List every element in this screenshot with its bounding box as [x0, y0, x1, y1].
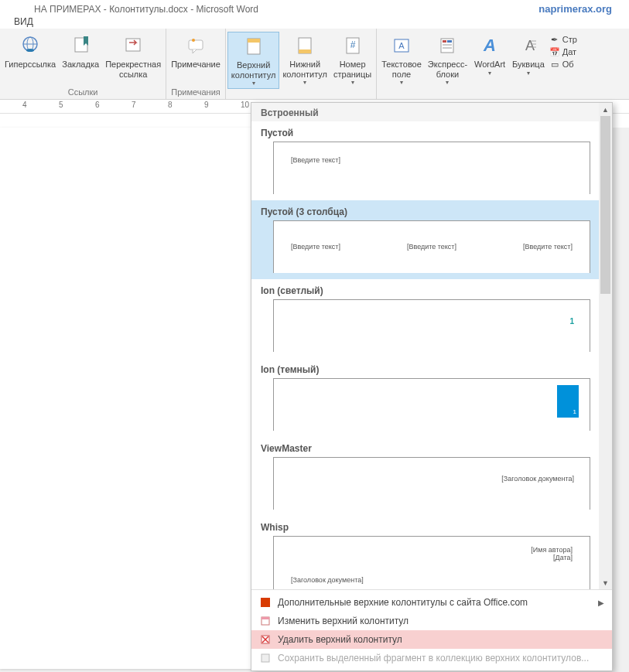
wordart-button[interactable]: A WordArt▾: [470, 32, 509, 78]
svg-point-7: [192, 39, 195, 42]
crossref-icon: [121, 33, 145, 58]
scroll-thumb[interactable]: [600, 116, 610, 294]
header-icon: [241, 34, 266, 59]
dropcap-button[interactable]: A Буквица▾: [509, 32, 548, 78]
gallery-item-empty[interactable]: Пустой [Введите текст]: [251, 121, 612, 200]
gallery-item-whisp[interactable]: Whisp [Имя автора] [Дата] [Заголовок док…: [251, 516, 612, 589]
chevron-down-icon: ▾: [400, 79, 403, 86]
svg-rect-20: [443, 47, 452, 49]
preview: 1: [273, 299, 590, 352]
object-icon: ▭: [549, 59, 560, 70]
edit-header-button[interactable]: Изменить верхний колонтитул: [251, 612, 612, 630]
ribbon-tab[interactable]: ВИД: [0, 15, 629, 29]
chevron-down-icon: ▾: [252, 80, 255, 87]
svg-text:A: A: [483, 36, 496, 55]
svg-rect-17: [443, 40, 446, 43]
svg-rect-6: [189, 40, 203, 49]
svg-rect-19: [443, 44, 452, 46]
chevron-down-icon: ▾: [446, 79, 449, 86]
edit-header-icon: [259, 615, 272, 627]
svg-rect-5: [126, 39, 140, 51]
scroll-down-icon[interactable]: ▼: [599, 576, 612, 589]
svg-text:#: #: [350, 39, 355, 50]
preview: [Имя автора] [Дата] [Заголовок документа…: [273, 536, 590, 589]
gallery-scrollbar[interactable]: ▲ ▼: [599, 103, 612, 589]
gallery-footer: Дополнительные верхние колонтитулы с сай…: [251, 589, 612, 670]
group-text: A Текстовое поле▾ Экспресс- блоки▾ A Wor…: [377, 29, 629, 99]
svg-rect-11: [299, 49, 311, 53]
small-commands: ✒Стр 📅Дат ▭Об: [548, 32, 579, 72]
window-title: НА ПРИМЕРАХ - Колонтитулы.docx - Microso…: [34, 4, 258, 15]
gallery-item-ion-light[interactable]: Ion (светлый) 1: [251, 279, 612, 358]
crossref-button[interactable]: Перекрестная ссылка: [102, 32, 164, 80]
svg-rect-18: [447, 40, 452, 43]
svg-rect-26: [261, 598, 270, 607]
comment-button[interactable]: Примечание: [168, 32, 224, 71]
svg-text:A: A: [398, 41, 405, 50]
calendar-icon: 📅: [549, 46, 560, 57]
watermark-link[interactable]: naprimerax.org: [538, 3, 623, 15]
comment-icon: [183, 33, 208, 58]
signature-line-button[interactable]: ✒Стр: [549, 33, 577, 46]
more-from-office-button[interactable]: Дополнительные верхние колонтитулы с сай…: [251, 593, 612, 612]
svg-rect-32: [262, 654, 269, 662]
wordart-icon: A: [477, 33, 502, 58]
save-gallery-icon: [259, 652, 272, 664]
signature-icon: ✒: [549, 34, 560, 45]
footer-icon: [292, 33, 317, 58]
header-gallery: Встроенный Пустой [Введите текст] Пустой…: [251, 102, 613, 671]
group-label-links: Ссылки: [2, 87, 164, 97]
title-bar: НА ПРИМЕРАХ - Колонтитулы.docx - Microso…: [0, 0, 629, 15]
textbox-button[interactable]: A Текстовое поле▾: [378, 32, 425, 87]
preview: [Заголовок документа]: [273, 457, 590, 510]
svg-rect-28: [262, 617, 269, 619]
svg-text:A: A: [525, 38, 535, 53]
gallery-item-empty3[interactable]: Пустой (3 столбца) [Введите текст] [Введ…: [251, 200, 612, 279]
page[interactable]: [0, 128, 255, 669]
group-links: Гиперссылка Закладка Перекрестная ссылка…: [0, 29, 166, 99]
quickparts-icon: [435, 33, 460, 58]
gallery-item-ion-dark[interactable]: Ion (темный) 1: [251, 358, 612, 437]
preview: 1: [273, 378, 590, 431]
ribbon: Гиперссылка Закладка Перекрестная ссылка…: [0, 29, 629, 100]
scroll-up-icon[interactable]: ▲: [599, 103, 612, 116]
group-headerfooter: Верхний колонтитул▾ Нижний колонтитул▾ #…: [226, 29, 377, 99]
dropcap-icon: A: [516, 33, 541, 58]
office-icon: [259, 596, 272, 609]
gallery-item-viewmaster[interactable]: ViewMaster [Заголовок документа]: [251, 437, 612, 516]
date-time-button[interactable]: 📅Дат: [549, 46, 577, 58]
header-button[interactable]: Верхний колонтитул▾: [227, 32, 280, 89]
chevron-down-icon: ▾: [351, 79, 354, 86]
object-button[interactable]: ▭Об: [549, 58, 577, 70]
globe-icon: [18, 33, 43, 58]
bookmark-button[interactable]: Закладка: [59, 32, 102, 80]
quickparts-button[interactable]: Экспресс- блоки▾: [425, 32, 470, 87]
bookmark-icon: [68, 33, 93, 58]
remove-header-icon: [259, 633, 272, 646]
preview: [Введите текст]: [273, 142, 590, 194]
gallery-section-label: Встроенный: [251, 103, 612, 121]
chevron-down-icon: ▾: [527, 70, 530, 77]
group-label-comments: Примечания: [168, 87, 224, 97]
textbox-icon: A: [389, 33, 414, 58]
chevron-down-icon: ▾: [488, 70, 491, 77]
remove-header-button[interactable]: Удалить верхний колонтитул: [251, 630, 612, 649]
preview: [Введите текст] [Введите текст] [Введите…: [273, 220, 590, 273]
pagenum-button[interactable]: # Номер страницы▾: [330, 32, 374, 89]
svg-point-3: [26, 49, 34, 52]
group-comments: Примечание Примечания: [166, 29, 226, 99]
chevron-down-icon: ▾: [303, 79, 306, 86]
hyperlink-button[interactable]: Гиперссылка: [2, 32, 59, 80]
svg-rect-9: [248, 39, 260, 43]
save-selection-button: Сохранить выделенный фрагмент в коллекци…: [251, 649, 612, 667]
chevron-right-icon: ▶: [598, 599, 604, 607]
footer-button[interactable]: Нижний колонтитул▾: [279, 32, 330, 89]
pagenum-icon: #: [340, 33, 365, 58]
